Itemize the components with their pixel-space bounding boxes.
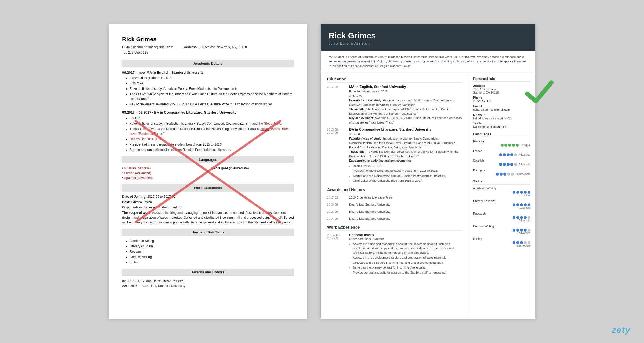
left-ma-bullets: Expected to graduate in 2018 3.95 GPA Fa…: [130, 76, 294, 107]
sidebar-phone-label: Phone: [473, 96, 530, 99]
sidebar-lang-russian: Russian Bilingual: [473, 140, 530, 147]
sidebar-address-value: 7 W. Adams LaneStanford, CA 94116: [473, 88, 530, 94]
left-lang-left: • Russian (bilingual) • French (advanced…: [122, 166, 204, 180]
list-item: Thesis title: "An Analysis of the Impact…: [130, 92, 294, 101]
list-item: 2014-2016 - Dean's List, Stanford Univer…: [122, 284, 294, 288]
right-awards-title: Awards and Honors: [327, 187, 462, 193]
sidebar-skill-editing: Editing Intermediate: [473, 237, 530, 247]
left-lang-row: • Russian (bilingual) • French (advanced…: [122, 166, 294, 180]
green-checkmark-wrapper: [525, 78, 554, 108]
list-item: Favorite fields of study: Introduction t…: [130, 121, 294, 126]
sidebar-skill-research: Research Advanced: [473, 212, 530, 222]
left-ma-date: 09.2017 – now MA in English, Stanford Un…: [122, 70, 294, 75]
sidebar-lang-french: French Advanced: [473, 149, 530, 156]
list-item: Research: [130, 249, 294, 254]
right-work-entry: 2015-06 -2017-09 Editorial Intern Faber …: [327, 233, 462, 275]
left-address: Address: 350 5th Ave New York, NY, 10118: [184, 45, 247, 50]
left-work-entry: Date of Joining: 2015-06 to 2017-09 Post…: [122, 194, 294, 225]
sidebar-skill-literary-criticism: Literary Criticism Excellent: [473, 199, 530, 209]
list-item: Collected and distributed incoming mail …: [353, 260, 462, 265]
sidebar-lang-spanish: Spanish Advanced: [473, 159, 530, 166]
sidebar-languages-title: Languages: [473, 132, 530, 137]
list-item: Assisted in hiring and managing a pool o…: [353, 242, 462, 255]
zety-brand: zety: [612, 325, 631, 335]
left-awards-header: Awards and Honors: [122, 269, 294, 276]
sidebar-twitter-label: Twitter: [473, 122, 530, 125]
sidebar-lang-portugese: Portugese Intermediate: [473, 169, 530, 176]
list-item: Dean's List 2014-2016: [130, 137, 294, 141]
resume-right: Rick Grimes Junior Editorial Assistant M…: [321, 24, 535, 319]
list-item: Editing: [130, 260, 294, 265]
sidebar-phone-value: 202-555-0115: [473, 99, 530, 103]
sidebar-linkedin-label: LinkedIn: [473, 113, 530, 116]
resume-left: Rick Grimes E-Mail: richard.f.grimes@gma…: [109, 24, 307, 319]
left-academic-header: Academic Details: [122, 60, 294, 67]
list-item: Literary criticism: [130, 244, 294, 249]
list-item: Served as the primary contact for incomi…: [353, 265, 462, 270]
sidebar-skill-creative-writing: Creative Writing Advanced: [473, 225, 530, 234]
list-item: Expected to graduate in 2018: [130, 76, 294, 80]
right-edu-ba: 2013-08 -2017-06 BA in Comparative Litar…: [327, 127, 462, 184]
left-awards-list: 02.2017 - 2016 Drue Heinz Literature Pri…: [122, 279, 294, 288]
list-item: Provide general and editorial support to…: [353, 270, 462, 275]
list-item: President of the undergraduate student b…: [353, 169, 462, 173]
right-award-1: 2017-02 2016 Drue Heinz Literature Prize: [327, 195, 462, 200]
sidebar-address-label: Address: [473, 84, 530, 87]
list-item: 3.95 GPA: [130, 81, 294, 86]
sidebar-skills-title: Skills: [473, 179, 530, 185]
left-ba-bullets: 3.9 GPA Favorite fields of study: Introd…: [130, 116, 294, 152]
right-title: Junior Editorial Assistant: [329, 41, 527, 46]
list-item: Started and ran a discussion club on Rus…: [353, 174, 462, 178]
list-item: Dean's List 2014-2016: [353, 164, 462, 168]
right-body: Education 2017-09 MA in English, Stanfor…: [321, 72, 535, 319]
right-main: Education 2017-09 MA in English, Stanfor…: [321, 72, 468, 319]
right-work-title: Work Experience: [327, 225, 462, 231]
left-name: Rick Grimes: [122, 35, 294, 44]
sidebar-skill-academic-writing: Academic Writing Excellent: [473, 187, 530, 197]
list-item: Thesis title: "Towards the Derridian Dec…: [130, 126, 294, 136]
list-item: President of the undergraduate student b…: [130, 142, 294, 147]
sidebar-email-value: richard.f.grimes@gmail.com: [473, 108, 530, 111]
left-lang-right: • Portugese (intermediate): [211, 166, 294, 171]
right-summary: MA Student in English at Stanford Univer…: [321, 51, 535, 72]
list-item: Key achievement: Awarded $15,000 2017 Dr…: [130, 102, 294, 107]
left-lang-header: Languages: [122, 156, 294, 163]
right-award-2: 2016-06 Dean's List, Stanford University: [327, 202, 462, 207]
right-education-title: Education: [327, 77, 462, 83]
list-item: Chief Editor of the University Blog from…: [353, 178, 462, 183]
list-item: Assisted in the development, design, and…: [353, 255, 462, 260]
list-item: Academic writing: [130, 238, 294, 243]
left-contact: E-Mail: richard.f.grimes@gmail.com Tel: …: [122, 45, 294, 55]
left-skills-list: Academic writing Literary criticism Rese…: [130, 238, 294, 265]
left-email: E-Mail: richard.f.grimes@gmail.com: [122, 45, 173, 50]
list-item: Favorite fields of study: American Poetr…: [130, 86, 294, 91]
left-work-header: Work Experience: [122, 184, 294, 192]
left-tel: Tel: 202-555-0115: [122, 50, 173, 55]
green-checkmark-icon: [525, 78, 554, 107]
right-name: Rick Grimes: [329, 31, 527, 40]
sidebar-personal-title: Personal Info: [473, 77, 530, 82]
right-edu-ma: 2017-09 MA in English, Stanford Universi…: [327, 85, 462, 125]
resumes-wrapper: Rick Grimes E-Mail: richard.f.grimes@gma…: [109, 24, 535, 319]
list-item: 3.9 GPA: [130, 116, 294, 121]
right-award-4: 2014-06 Dean's List, Stanford University: [327, 217, 462, 221]
list-item: 02.2017 - 2016 Drue Heinz Literature Pri…: [122, 279, 294, 284]
sidebar-linkedin-value: linkedin.com/in/rickygrimes93: [473, 117, 530, 120]
right-sidebar: Personal Info Address 7 W. Adams LaneSta…: [468, 72, 535, 319]
list-item: Creative writing: [130, 255, 294, 259]
right-header: Rick Grimes Junior Editorial Assistant: [321, 24, 535, 51]
sidebar-twitter-value: twitter.com/rickylillygrimes: [473, 125, 530, 128]
left-ba-date: 08.2013 – 06.2017 · BA in Comparative Li…: [122, 110, 294, 115]
sidebar-email-label: E-mail: [473, 105, 530, 108]
list-item: Started and ran a discussion club on Rus…: [130, 147, 294, 152]
right-award-3: 2015-06 Dean's List, Stanford University: [327, 210, 462, 214]
left-skills-header: Hard and Soft Skills: [122, 229, 294, 236]
